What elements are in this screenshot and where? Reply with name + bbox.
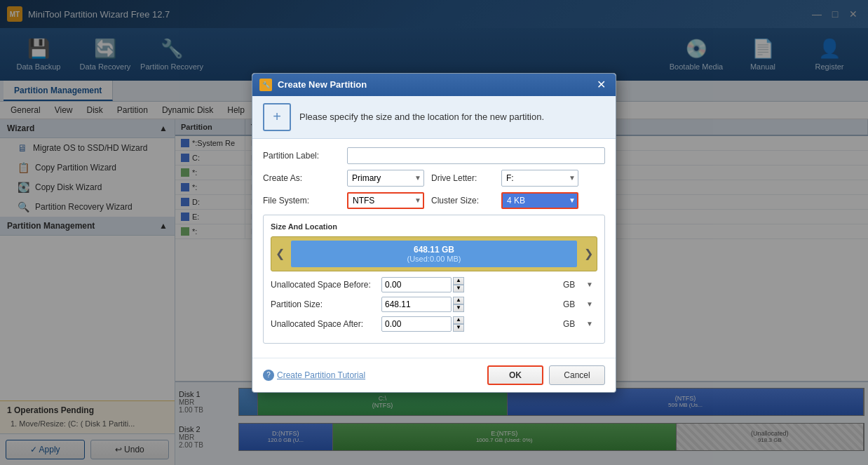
file-system-label: File System: [263,196,340,205]
partition-size-spinner: ▲ ▼ [453,297,464,312]
cancel-button[interactable]: Cancel [549,365,605,385]
help-link[interactable]: ? Create Partition Tutorial [263,370,365,381]
unalloc-after-row: Unallocated Space After: ▲ ▼ GB ▼ [271,316,597,332]
dialog-footer: ? Create Partition Tutorial OK Cancel [252,358,616,392]
partition-size-spin-up[interactable]: ▲ [453,297,464,304]
partition-size-spin-down[interactable]: ▼ [453,304,464,312]
dialog-overlay: 🔧 Create New Partition ✕ + Please specif… [0,0,868,465]
drive-letter-select-wrap: F: G: H: ▼ [501,170,578,187]
unalloc-before-input-wrap: ▲ ▼ [381,277,557,292]
size-location-label: Size And Location [271,222,597,231]
create-as-row: Create As: Primary Logical ▼ Drive Lette… [263,170,605,187]
ok-button[interactable]: OK [487,365,543,385]
partition-size-row: Partition Size: ▲ ▼ GB ▼ [271,297,597,312]
create-as-select-wrap: Primary Logical ▼ [347,170,424,187]
cluster-size-select-wrap: 4 KB 8 KB 16 KB ▼ [501,192,578,209]
dialog-title-icon: 🔧 [259,79,272,91]
unalloc-after-spin-down[interactable]: ▼ [453,324,464,332]
partition-label-input[interactable] [347,147,605,164]
unalloc-after-input-wrap: ▲ ▼ [381,316,557,332]
dialog-close-button[interactable]: ✕ [593,77,609,93]
create-as-label: Create As: [263,173,340,183]
dialog-title-bar: 🔧 Create New Partition ✕ [252,74,616,96]
unalloc-after-label: Unallocated Space After: [271,319,376,329]
cluster-size-select[interactable]: 4 KB 8 KB 16 KB [501,192,578,209]
drive-letter-label: Drive Letter: [431,173,494,183]
unalloc-before-spin-down[interactable]: ▼ [453,285,464,292]
size-location-box: Size And Location ❮ 648.11 GB (Used:0.00… [263,215,605,344]
unalloc-before-input[interactable] [381,277,452,292]
create-as-select[interactable]: Primary Logical [347,170,424,187]
partition-size-unit-arrow[interactable]: ▼ [586,300,597,308]
unalloc-before-label: Unallocated Space Before: [271,280,376,290]
partition-size-input-wrap: ▲ ▼ [381,297,557,312]
disk-vis-nav-left[interactable]: ❮ [271,237,288,271]
disk-vis-nav-right[interactable]: ❯ [580,237,597,271]
dialog-info-text: Please specify the size and the location… [299,112,544,122]
help-icon: ? [263,370,274,381]
partition-size-input[interactable] [381,297,452,312]
help-link-text: Create Partition Tutorial [277,370,365,380]
unalloc-after-spin-up[interactable]: ▲ [453,316,464,324]
dialog-title-text: Create New Partition [278,79,593,90]
file-system-select[interactable]: NTFS FAT32 exFAT [347,192,424,209]
partition-label-label: Partition Label: [263,151,340,161]
unalloc-after-unit-arrow[interactable]: ▼ [586,320,597,328]
partition-size-label: Partition Size: [271,299,376,309]
disk-vis-content: 648.11 GB (Used:0.00 MB) [291,241,577,267]
unalloc-before-unit: GB [563,280,581,290]
disk-visualization: ❮ 648.11 GB (Used:0.00 MB) ❯ [271,236,597,271]
cluster-size-label: Cluster Size: [431,196,494,205]
drive-letter-select[interactable]: F: G: H: [501,170,578,187]
unalloc-before-spinner: ▲ ▼ [453,277,464,292]
dialog-body: Partition Label: Create As: Primary Logi… [252,139,616,358]
disk-vis-size: 648.11 GB [414,245,454,255]
unalloc-before-row: Unallocated Space Before: ▲ ▼ GB ▼ [271,277,597,292]
partition-label-row: Partition Label: [263,147,605,164]
unalloc-after-unit: GB [563,319,581,329]
partition-size-unit: GB [563,299,581,309]
file-system-select-wrap: NTFS FAT32 exFAT ▼ [347,192,424,209]
unalloc-after-spinner: ▲ ▼ [453,316,464,332]
unalloc-before-unit-arrow[interactable]: ▼ [586,281,597,288]
create-partition-dialog: 🔧 Create New Partition ✕ + Please specif… [252,73,616,393]
dialog-info-icon: + [263,103,291,131]
dialog-info-bar: + Please specify the size and the locati… [252,96,616,139]
file-system-row: File System: NTFS FAT32 exFAT ▼ Cluster … [263,192,605,209]
unalloc-after-input[interactable] [381,316,452,332]
dialog-footer-buttons: OK Cancel [487,365,605,385]
unalloc-before-spin-up[interactable]: ▲ [453,277,464,285]
disk-vis-used: (Used:0.00 MB) [407,255,461,263]
